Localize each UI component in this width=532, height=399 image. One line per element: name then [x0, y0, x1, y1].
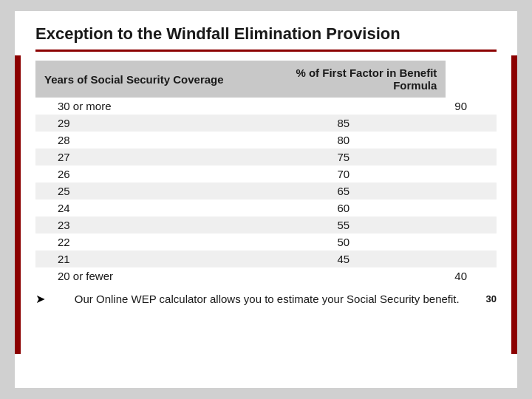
mid-pct-cell: 55	[241, 216, 446, 233]
page-number: 30	[486, 293, 497, 304]
table-row: 2565	[35, 183, 497, 200]
footer: ➤ Our Online WEP calculator allows you t…	[35, 292, 497, 306]
years-cell: 20 or fewer	[35, 267, 241, 284]
col2-header: % of First Factor in Benefit Formula	[241, 61, 446, 98]
table-row: 2355	[35, 216, 497, 233]
right-pct-cell	[446, 132, 497, 149]
table-row: 2460	[35, 200, 497, 216]
table-row: 2985	[35, 115, 497, 132]
right-pct-cell	[446, 149, 497, 166]
mid-pct-cell: 80	[241, 132, 446, 149]
right-pct-cell	[446, 216, 497, 233]
mid-pct-cell: 45	[241, 250, 446, 267]
years-cell: 21	[35, 250, 241, 267]
mid-pct-cell: 50	[241, 233, 446, 250]
right-pct-cell	[446, 115, 497, 132]
table-row: 2670	[35, 166, 497, 183]
right-pct-cell	[446, 183, 497, 200]
right-pct-cell	[446, 166, 497, 183]
right-pct-cell	[446, 200, 497, 216]
mid-pct-cell: 70	[241, 166, 446, 183]
mid-pct-cell	[241, 98, 446, 115]
table-row: 2775	[35, 149, 497, 166]
table-row: 2250	[35, 233, 497, 250]
years-cell: 26	[35, 166, 241, 183]
table-row: 30 or more90	[35, 98, 497, 115]
arrow-icon: ➤	[35, 292, 45, 306]
left-accent-bar	[15, 55, 21, 354]
years-cell: 25	[35, 183, 241, 200]
slide-title: Exception to the Windfall Elimination Pr…	[35, 24, 497, 52]
years-cell: 24	[35, 200, 241, 216]
mid-pct-cell: 85	[241, 115, 446, 132]
table-row: 20 or fewer40	[35, 267, 497, 284]
right-pct-cell	[446, 250, 497, 267]
mid-pct-cell: 75	[241, 149, 446, 166]
years-cell: 30 or more	[35, 98, 241, 115]
mid-pct-cell: 65	[241, 183, 446, 200]
table-row: 2880	[35, 132, 497, 149]
mid-pct-cell: 60	[241, 200, 446, 216]
right-pct-cell: 40	[446, 267, 497, 284]
mid-pct-cell	[241, 267, 446, 284]
footer-text: Our Online WEP calculator allows you to …	[48, 293, 486, 305]
data-table: Years of Social Security Coverage % of F…	[35, 61, 497, 284]
slide: Exception to the Windfall Elimination Pr…	[15, 11, 517, 388]
years-cell: 29	[35, 115, 241, 132]
table-row: 2145	[35, 250, 497, 267]
years-cell: 27	[35, 149, 241, 166]
years-cell: 23	[35, 216, 241, 233]
right-accent-bar	[511, 55, 517, 354]
col1-header: Years of Social Security Coverage	[35, 61, 241, 98]
right-pct-cell	[446, 233, 497, 250]
right-pct-cell: 90	[446, 98, 497, 115]
years-cell: 22	[35, 233, 241, 250]
years-cell: 28	[35, 132, 241, 149]
